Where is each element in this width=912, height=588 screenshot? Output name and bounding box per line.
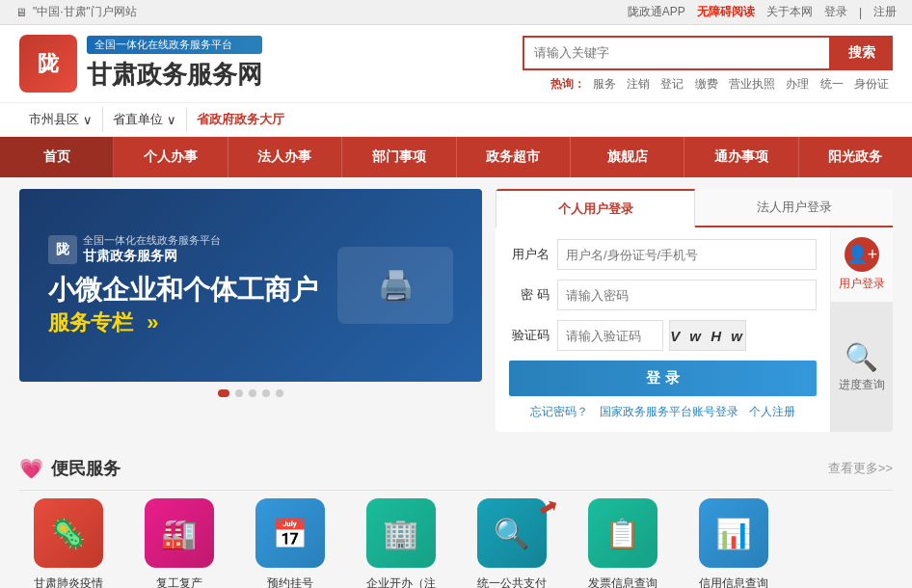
hot-item-4[interactable]: 缴费 (695, 77, 718, 91)
password-row: 密 码 (509, 280, 817, 310)
service-credit[interactable]: 📊 信用信息查询 (684, 498, 782, 588)
logo-title: 甘肃政务服务网 (87, 58, 262, 92)
username-label: 用户名 (509, 246, 550, 263)
enterprise-icon: 🏢 (366, 498, 436, 568)
city-label: 市州县区 (29, 111, 79, 128)
portal-name: "中国·甘肃"门户网站 (33, 4, 137, 20)
chevron-down-icon: ∨ (83, 113, 93, 127)
provincial-select[interactable]: 省直单位 ∨ (103, 107, 187, 132)
login-button[interactable]: 登 录 (509, 361, 817, 396)
hot-item-7[interactable]: 统一 (820, 77, 844, 91)
banner-title-line2: 服务专栏 » (48, 308, 318, 337)
search-box: 搜索 (523, 36, 893, 70)
top-bar-right: 陇政通APP 无障碍阅读 关于本网 登录 | 注册 (628, 4, 897, 20)
epidemic-icon: 🦠 (34, 498, 103, 568)
banner-dot-4[interactable] (262, 389, 270, 397)
captcha-area: V w H w (557, 320, 746, 351)
nav-unified[interactable]: 通办事项 (684, 137, 798, 177)
captcha-image[interactable]: V w H w (669, 320, 746, 351)
search-input[interactable] (523, 36, 831, 70)
login-panel: 个人用户登录 法人用户登录 用户名 密 码 验证码 (496, 189, 893, 432)
query-panel[interactable]: 🔍 进度查询 (830, 302, 893, 432)
tab-personal[interactable]: 个人用户登录 (496, 189, 695, 227)
provincial-label: 省直单位 (113, 111, 163, 128)
nav-enterprise[interactable]: 法人办事 (228, 137, 342, 177)
login-panel-inner: 用户名 密 码 验证码 V w H w 登 录 (496, 227, 893, 432)
empty-slot-1 (810, 498, 879, 568)
nav-supermarket[interactable]: 政务超市 (457, 137, 571, 177)
services-grid: 🦠 甘肃肺炎疫情防控 🏭 复工复产 📅 预约挂号 🏢 企业开办（注销）一网通办 … (0, 491, 912, 588)
user-register[interactable]: 👤+ 用户登录 (830, 227, 893, 302)
logo-icon: 陇 (19, 35, 77, 93)
captcha-label: 验证码 (509, 327, 550, 344)
password-input[interactable] (557, 280, 817, 310)
heart-icon: 💗 (19, 457, 43, 480)
service-payment[interactable]: 🔍 统一公共支付平台 ➡ (463, 498, 560, 588)
banner-platform-icon: 陇 (48, 235, 77, 264)
dept-link[interactable]: 省政府政务大厅 (187, 107, 294, 132)
payment-label: 统一公共支付平台 (477, 575, 547, 588)
login-link[interactable]: 登录 (824, 4, 847, 20)
credit-label: 信用信息查询 (699, 575, 768, 588)
see-more-link[interactable]: 查看更多>> (828, 460, 893, 477)
hot-label: 热询： (550, 77, 585, 91)
register-link[interactable]: 注册 (873, 4, 897, 20)
appointment-label: 预约挂号 (267, 575, 313, 588)
invoice-label: 发票信息查询 (588, 575, 657, 588)
hot-item-8[interactable]: 身份证 (854, 77, 889, 91)
hot-search: 热询： 服务 注销 登记 缴费 营业执照 办理 统一 身份证 (550, 76, 893, 93)
nav-personal[interactable]: 个人办事 (114, 137, 228, 177)
service-epidemic[interactable]: 🦠 甘肃肺炎疫情防控 (19, 498, 117, 588)
sub-nav: 市州县区 ∨ 省直单位 ∨ 省政府政务大厅 (0, 102, 912, 137)
payment-icon: 🔍 (477, 498, 547, 568)
resume-work-icon: 🏭 (145, 498, 214, 568)
username-row: 用户名 (509, 239, 817, 270)
password-label: 密 码 (509, 286, 550, 304)
query-text: 进度查询 (839, 377, 885, 393)
banner-dot-3[interactable] (249, 389, 256, 397)
personal-register-link[interactable]: 个人注册 (749, 405, 795, 418)
username-input[interactable] (557, 239, 817, 270)
banner-dot-5[interactable] (276, 389, 283, 397)
nav-sunshine[interactable]: 阳光政务 (799, 137, 912, 177)
hot-item-1[interactable]: 服务 (593, 77, 616, 91)
search-button[interactable]: 搜索 (831, 36, 893, 70)
captcha-input[interactable] (557, 320, 663, 351)
captcha-row: 验证码 V w H w (509, 320, 817, 351)
nav-flagship[interactable]: 旗舰店 (571, 137, 684, 177)
search-area: 搜索 热询： 服务 注销 登记 缴费 营业执照 办理 统一 身份证 (523, 36, 893, 93)
hot-item-2[interactable]: 注销 (627, 77, 650, 91)
hot-item-6[interactable]: 办理 (786, 77, 809, 91)
login-form: 用户名 密 码 验证码 V w H w 登 录 (496, 227, 830, 432)
logo-area: 陇 全国一体化在线政务服务平台 甘肃政务服务网 (19, 35, 262, 93)
nav-home[interactable]: 首页 (0, 137, 114, 177)
service-enterprise[interactable]: 🏢 企业开办（注销）一网通办 (352, 498, 449, 588)
tab-enterprise[interactable]: 法人用户登录 (695, 189, 893, 226)
banner-title-line1: 小微企业和个体工商户 (48, 273, 318, 307)
content-area: 陇 全国一体化在线政务服务平台 甘肃政务服务网 小微企业和个体工商户 服务专栏 … (0, 177, 912, 443)
service-resume-work[interactable]: 🏭 复工复产 (130, 498, 228, 588)
app-name: 陇政通APP (628, 4, 685, 20)
forgot-password-link[interactable]: 忘记密码？ (530, 405, 588, 418)
logo-subtitle: 全国一体化在线政务服务平台 (87, 36, 262, 54)
banner: 陇 全国一体化在线政务服务平台 甘肃政务服务网 小微企业和个体工商户 服务专栏 … (19, 189, 482, 382)
monitor-icon: 🖥 (15, 6, 27, 19)
service-invoice[interactable]: 📋 发票信息查询 (574, 498, 671, 588)
login-tabs: 个人用户登录 法人用户登录 (496, 189, 893, 227)
top-bar: 🖥 "中国·甘肃"门户网站 陇政通APP 无障碍阅读 关于本网 登录 | 注册 (0, 0, 912, 25)
about-link[interactable]: 关于本网 (766, 4, 813, 20)
credit-icon: 📊 (699, 498, 768, 568)
national-login-link[interactable]: 国家政务服务平台账号登录 (600, 405, 738, 418)
banner-dot-2[interactable] (235, 389, 243, 397)
enterprise-label: 企业开办（注销）一网通办 (366, 575, 436, 588)
city-select[interactable]: 市州县区 ∨ (19, 107, 103, 132)
hot-item-5[interactable]: 营业执照 (729, 77, 775, 91)
accessible-label[interactable]: 无障碍阅读 (697, 4, 755, 20)
banner-image: 🖨️ (337, 247, 453, 324)
service-appointment[interactable]: 📅 预约挂号 (241, 498, 338, 588)
nav-dept[interactable]: 部门事项 (342, 137, 456, 177)
banner-dot-1[interactable] (218, 389, 229, 397)
hot-item-3[interactable]: 登记 (660, 77, 684, 91)
query-icon: 🔍 (845, 341, 878, 373)
section-title: 💗 便民服务 (19, 457, 121, 480)
